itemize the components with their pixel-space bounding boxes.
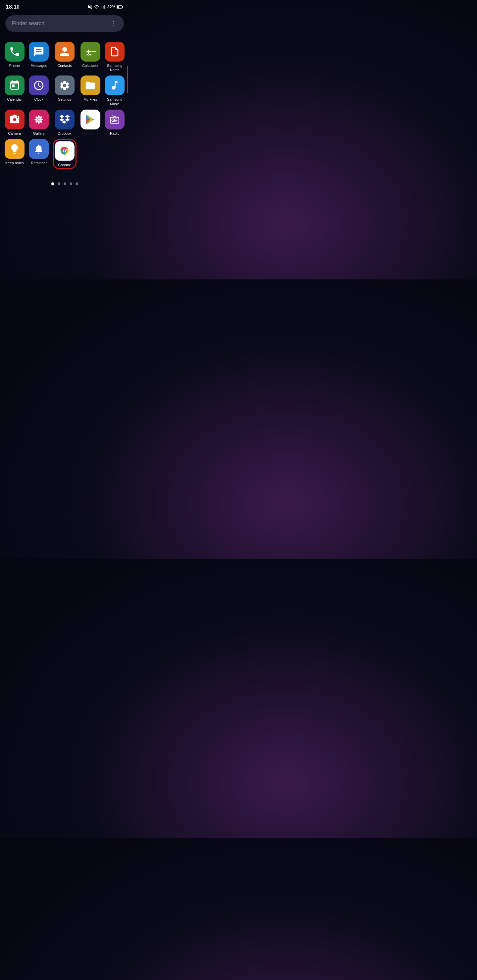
settings-icon xyxy=(59,80,70,91)
keepnotes-label: Keep notes xyxy=(5,161,24,165)
messages-label: Messages xyxy=(30,64,47,68)
svg-point-6 xyxy=(17,116,18,118)
keepnotes-icon xyxy=(9,143,20,154)
camera-label: Camera xyxy=(8,131,21,136)
dropbox-icon xyxy=(59,114,70,125)
svg-point-8 xyxy=(38,115,40,118)
app-radio[interactable]: Radio xyxy=(104,110,126,136)
myfiles-label: My Files xyxy=(83,97,97,102)
svg-point-26 xyxy=(64,150,65,152)
contacts-icon xyxy=(59,46,70,57)
svg-point-7 xyxy=(38,118,40,121)
svg-text:7: 7 xyxy=(13,85,15,88)
app-calculator[interactable]: +− ×÷ Calculator xyxy=(80,42,101,72)
search-menu-icon[interactable]: ⋮ xyxy=(111,20,117,27)
battery-percent: 32% xyxy=(107,5,115,9)
battery-icon xyxy=(116,5,123,9)
svg-point-11 xyxy=(40,119,43,121)
reminder-label: Reminder xyxy=(31,161,47,165)
page-dot-2[interactable] xyxy=(57,183,60,185)
svg-point-19 xyxy=(113,119,114,121)
gallery-icon xyxy=(33,114,45,125)
dropbox-label: Dropbox xyxy=(57,131,72,136)
svg-point-9 xyxy=(38,121,40,124)
samsung-notes-icon xyxy=(109,46,120,57)
app-dropbox[interactable]: Dropbox xyxy=(53,110,77,136)
samsung-music-label: Samsung Music xyxy=(104,97,126,106)
search-placeholder: Finder search xyxy=(12,21,45,27)
playstore-icon xyxy=(85,114,96,125)
svg-rect-20 xyxy=(115,119,118,119)
calendar-label: Calendar xyxy=(7,97,22,102)
settings-label: Settings xyxy=(58,97,71,102)
page-dot-3[interactable] xyxy=(64,183,66,185)
myfiles-icon xyxy=(85,80,96,91)
search-bar[interactable]: Finder search ⋮ xyxy=(5,15,124,32)
app-playstore[interactable]: Play Store xyxy=(80,110,101,136)
page-dots xyxy=(0,172,129,192)
chrome-icon xyxy=(58,144,71,158)
svg-rect-2 xyxy=(117,6,119,8)
calculator-icon: +− ×÷ xyxy=(85,46,96,57)
gallery-label: Gallery xyxy=(33,131,45,136)
app-myfiles[interactable]: My Files xyxy=(80,75,101,106)
chrome-label: Chrome xyxy=(58,163,71,167)
app-gallery[interactable]: Gallery xyxy=(29,110,50,136)
app-camera[interactable]: Camera xyxy=(4,110,25,136)
reminder-icon xyxy=(33,143,45,154)
status-bar: 18:10 32% xyxy=(0,0,129,13)
clock-label: Clock xyxy=(34,97,43,102)
samsung-notes-label: Samsung Notes xyxy=(104,64,126,72)
status-icons: 32% xyxy=(88,4,123,10)
playstore-label: Play Store xyxy=(82,131,99,136)
svg-rect-22 xyxy=(115,121,116,122)
page-dot-1[interactable] xyxy=(51,183,54,185)
app-reminder[interactable]: Reminder xyxy=(29,139,50,169)
mute-icon xyxy=(88,4,93,10)
svg-rect-21 xyxy=(115,120,118,121)
calculator-label: Calculator xyxy=(82,64,99,68)
page-dot-5[interactable] xyxy=(75,183,78,185)
phone-label: Phone xyxy=(9,64,20,68)
camera-icon xyxy=(9,114,20,125)
app-chrome[interactable]: Chrome xyxy=(53,139,77,169)
app-clock[interactable]: Clock xyxy=(29,75,50,106)
app-keepnotes[interactable]: Keep notes xyxy=(4,139,25,169)
radio-icon xyxy=(109,114,120,125)
svg-point-10 xyxy=(35,119,38,121)
svg-rect-1 xyxy=(122,6,123,8)
apps-grid: Phone Messages Contacts +− ×÷ Calculator xyxy=(0,38,129,172)
svg-text:×÷: ×÷ xyxy=(86,52,91,57)
scrollbar xyxy=(127,66,128,93)
contacts-label: Contacts xyxy=(57,64,72,68)
app-samsung-notes[interactable]: Samsung Notes xyxy=(104,42,126,72)
messages-icon xyxy=(33,46,45,57)
signal-icon xyxy=(101,4,106,10)
samsung-music-icon xyxy=(109,80,120,91)
app-settings[interactable]: Settings xyxy=(53,75,77,106)
status-time: 18:10 xyxy=(6,4,19,10)
phone-icon xyxy=(9,46,20,57)
app-calendar[interactable]: 7 Calendar xyxy=(4,75,25,106)
app-messages[interactable]: Messages xyxy=(29,42,50,72)
app-samsung-music[interactable]: Samsung Music xyxy=(104,75,126,106)
page-dot-4[interactable] xyxy=(70,183,72,185)
clock-icon xyxy=(33,80,45,91)
app-phone[interactable]: Phone xyxy=(4,42,25,72)
wifi-icon xyxy=(94,4,99,10)
radio-label: Radio xyxy=(110,131,120,136)
app-contacts[interactable]: Contacts xyxy=(53,42,77,72)
calendar-icon: 7 xyxy=(9,80,20,91)
